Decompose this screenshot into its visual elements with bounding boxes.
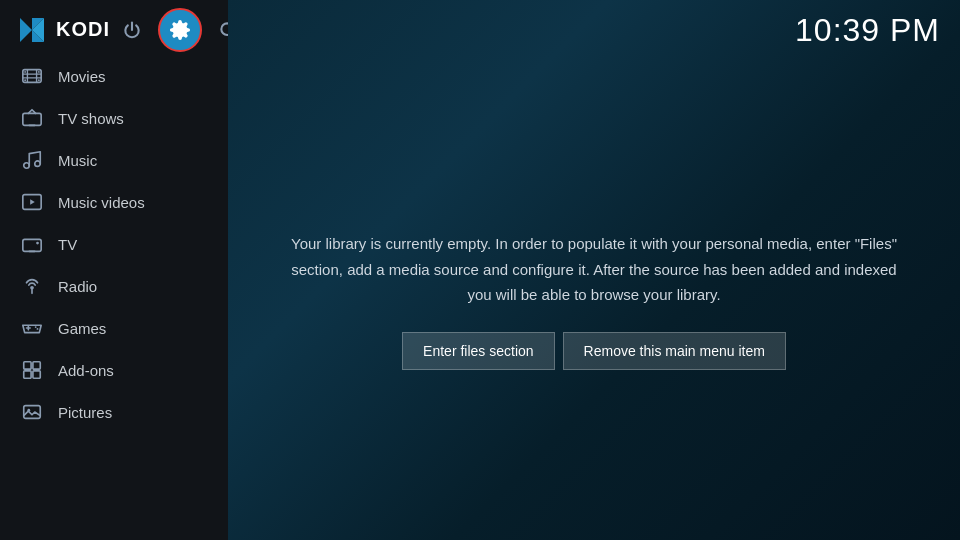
radio-icon xyxy=(20,274,44,298)
games-icon xyxy=(20,316,44,340)
music-videos-icon xyxy=(20,190,44,214)
tvshows-icon xyxy=(20,106,44,130)
sidebar-item-addons-label: Add-ons xyxy=(58,362,114,379)
sidebar-item-movies-label: Movies xyxy=(58,68,106,85)
power-icon xyxy=(122,20,142,40)
app-title: KODI xyxy=(56,18,110,41)
topbar: 10:39 PM xyxy=(228,0,960,61)
library-empty-text: Your library is currently empty. In orde… xyxy=(288,231,900,308)
sidebar-item-games-label: Games xyxy=(58,320,106,337)
enter-files-button[interactable]: Enter files section xyxy=(402,332,555,370)
svg-point-9 xyxy=(38,79,40,81)
svg-rect-21 xyxy=(24,371,31,378)
svg-rect-10 xyxy=(23,113,41,125)
sidebar-item-tvshows[interactable]: TV shows xyxy=(0,97,228,139)
sidebar-header: KODI xyxy=(0,0,228,55)
svg-point-15 xyxy=(36,242,39,245)
content-area: Your library is currently empty. In orde… xyxy=(228,61,960,540)
sidebar-item-music-label: Music xyxy=(58,152,97,169)
sidebar-item-tvshows-label: TV shows xyxy=(58,110,124,127)
svg-marker-0 xyxy=(20,18,32,42)
library-message-container: Your library is currently empty. In orde… xyxy=(288,231,900,370)
main-content: 10:39 PM Your library is currently empty… xyxy=(228,0,960,540)
svg-rect-20 xyxy=(33,362,40,369)
svg-point-8 xyxy=(38,71,40,73)
svg-point-7 xyxy=(24,79,26,81)
svg-point-11 xyxy=(24,163,30,169)
tv-icon xyxy=(20,232,44,256)
svg-point-18 xyxy=(37,328,39,330)
power-button[interactable] xyxy=(118,16,146,44)
sidebar: KODI xyxy=(0,0,228,540)
addons-icon xyxy=(20,358,44,382)
svg-point-6 xyxy=(24,71,26,73)
sidebar-item-music[interactable]: Music xyxy=(0,139,228,181)
sidebar-item-music-videos-label: Music videos xyxy=(58,194,145,211)
pictures-icon xyxy=(20,400,44,424)
svg-rect-14 xyxy=(23,239,41,251)
nav-list: Movies TV shows Music xyxy=(0,55,228,540)
sidebar-item-tv-label: TV xyxy=(58,236,77,253)
sidebar-item-radio[interactable]: Radio xyxy=(0,265,228,307)
movies-icon xyxy=(20,64,44,88)
svg-rect-23 xyxy=(24,406,41,419)
sidebar-item-addons[interactable]: Add-ons xyxy=(0,349,228,391)
header-icons xyxy=(118,8,242,52)
sidebar-item-tv[interactable]: TV xyxy=(0,223,228,265)
sidebar-item-music-videos[interactable]: Music videos xyxy=(0,181,228,223)
settings-button[interactable] xyxy=(158,8,202,52)
sidebar-item-movies[interactable]: Movies xyxy=(0,55,228,97)
sidebar-item-pictures[interactable]: Pictures xyxy=(0,391,228,433)
kodi-logo-icon xyxy=(16,14,48,46)
svg-rect-19 xyxy=(24,362,31,369)
sidebar-item-pictures-label: Pictures xyxy=(58,404,112,421)
clock-display: 10:39 PM xyxy=(795,12,940,49)
music-icon xyxy=(20,148,44,172)
svg-rect-22 xyxy=(33,371,40,378)
settings-icon xyxy=(169,19,191,41)
sidebar-item-games[interactable]: Games xyxy=(0,307,228,349)
remove-menu-item-button[interactable]: Remove this main menu item xyxy=(563,332,786,370)
action-buttons: Enter files section Remove this main men… xyxy=(288,332,900,370)
sidebar-item-radio-label: Radio xyxy=(58,278,97,295)
svg-point-17 xyxy=(35,326,37,328)
